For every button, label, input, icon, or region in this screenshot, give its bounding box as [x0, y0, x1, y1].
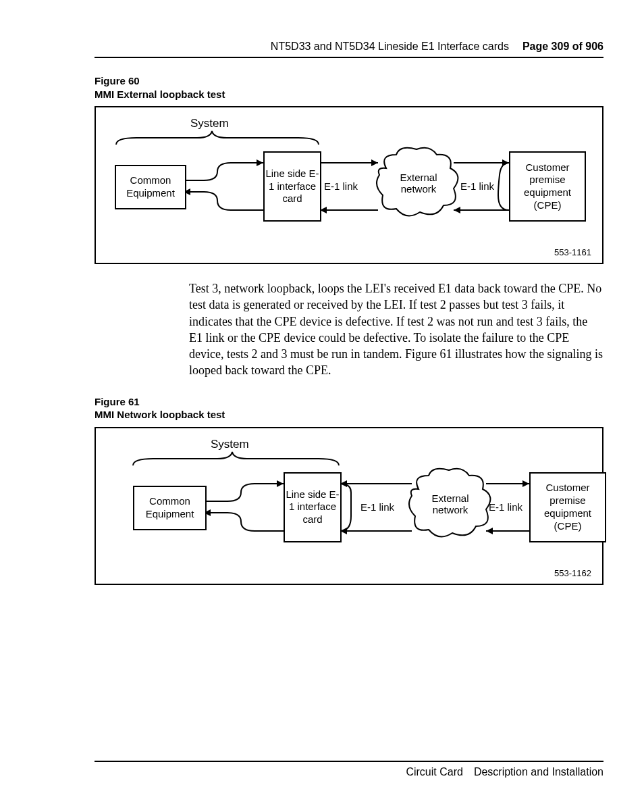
body-paragraph: Test 3, network loopback, loops the LEI'…	[189, 280, 603, 379]
fig60-ref: 553-1161	[554, 247, 591, 257]
footer-text: Circuit Card Description and Installatio…	[95, 766, 603, 778]
fig61-e1link2: E-1 link	[489, 501, 522, 513]
figure61-number: Figure 61	[95, 396, 140, 407]
figure61-title: MMI Network loopback test	[95, 409, 225, 420]
header-page: Page 309 of 906	[522, 41, 603, 53]
figure61-diagram: System Common Equipment Line side	[95, 427, 603, 585]
fig60-cpe: Customer premise equipment (CPE)	[509, 151, 586, 222]
svg-marker-19	[486, 528, 493, 534]
fig60-e1link1: E-1 link	[324, 180, 358, 192]
fig61-line-card: Line side E-1 interface card	[284, 472, 342, 542]
fig61-ref: 553-1162	[554, 568, 591, 578]
figure60-number: Figure 60	[95, 75, 140, 86]
figure60-diagram: System Common Equipment Line side	[95, 106, 603, 264]
svg-marker-10	[277, 480, 284, 487]
figure60-title: MMI External loopback test	[95, 88, 225, 100]
svg-marker-17	[522, 480, 529, 487]
fig61-cpe: Customer premise equipment (CPE)	[529, 472, 606, 542]
fig61-e1link1: E-1 link	[360, 501, 394, 513]
footer-rule	[95, 761, 603, 762]
fig60-e1link2: E-1 link	[460, 180, 494, 192]
fig60-external-network: External network	[398, 172, 439, 195]
figure60-caption: Figure 60 MMI External loopback test	[95, 74, 603, 101]
page: NT5D33 and NT5D34 Lineside E1 Interface …	[0, 0, 644, 812]
fig60-line-card: Line side E-1 interface card	[263, 151, 321, 222]
figure61-caption: Figure 61 MMI Network loopback test	[95, 395, 603, 422]
fig60-common-equipment: Common Equipment	[115, 165, 186, 209]
svg-marker-9	[454, 207, 460, 213]
svg-marker-0	[257, 159, 263, 166]
page-header: NT5D33 and NT5D34 Lineside E1 Interface …	[95, 41, 603, 58]
fig61-common-equipment: Common Equipment	[133, 486, 207, 530]
page-footer: Circuit Card Description and Installatio…	[95, 761, 603, 778]
fig61-external-network: External network	[430, 492, 471, 515]
header-title: NT5D33 and NT5D34 Lineside E1 Interface …	[271, 41, 509, 53]
svg-marker-3	[371, 159, 378, 166]
